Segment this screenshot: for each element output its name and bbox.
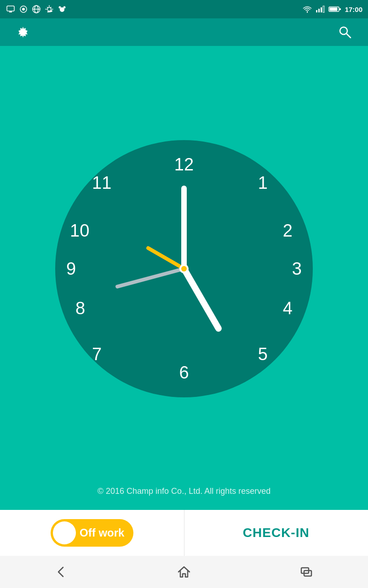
status-time: 17:00 [345,6,362,13]
main-content: 12 1 2 3 4 5 6 7 8 9 10 11 [0,46,368,510]
svg-rect-13 [321,7,322,12]
check-in-button[interactable]: CHECK-IN [184,510,368,556]
svg-line-24 [184,269,218,328]
search-button[interactable] [331,18,359,46]
off-work-button[interactable]: Off work [0,510,184,556]
browser-icon [31,4,41,14]
back-icon [54,565,69,579]
home-icon [177,565,191,579]
svg-line-25 [117,269,184,287]
weather-icon [44,4,54,14]
status-bar-right: 17:00 [303,6,362,13]
svg-point-3 [22,8,25,11]
settings-button[interactable] [9,18,37,46]
copyright-text: © 2016 Champ info Co., Ltd. All rights r… [98,486,270,496]
screen-icon [6,4,16,14]
svg-rect-17 [339,8,341,10]
svg-rect-16 [329,8,337,11]
recents-button[interactable] [293,558,321,586]
bottom-bar: Off work CHECK-IN [0,510,368,556]
svg-point-27 [181,266,187,271]
signal-icon [316,6,325,13]
home-button[interactable] [170,558,198,586]
search-icon [338,25,352,40]
svg-rect-1 [9,11,12,12]
app-header [0,18,368,46]
svg-rect-11 [316,10,317,12]
svg-point-7 [47,7,51,11]
svg-rect-0 [7,6,14,11]
pet-icon [57,4,67,14]
sync-icon [18,4,29,14]
settings-icon [16,25,30,40]
svg-rect-12 [318,9,320,12]
off-work-toggle: Off work [51,519,133,547]
wifi-icon [303,6,312,13]
toggle-thumb [53,521,76,544]
svg-rect-14 [323,6,324,12]
svg-line-20 [346,34,351,38]
back-button[interactable] [47,558,75,586]
svg-point-9 [59,6,61,9]
svg-line-23 [148,248,184,269]
check-in-label: CHECK-IN [243,526,310,540]
battery-icon [328,6,341,13]
clock-hands [55,140,313,397]
off-work-label: Off work [76,526,131,539]
status-bar-left [6,4,67,14]
recents-icon [299,565,314,579]
nav-bar [0,556,368,588]
svg-point-10 [63,6,66,9]
clock-container: 12 1 2 3 4 5 6 7 8 9 10 11 [55,140,313,397]
status-bar: 17:00 [0,0,368,18]
